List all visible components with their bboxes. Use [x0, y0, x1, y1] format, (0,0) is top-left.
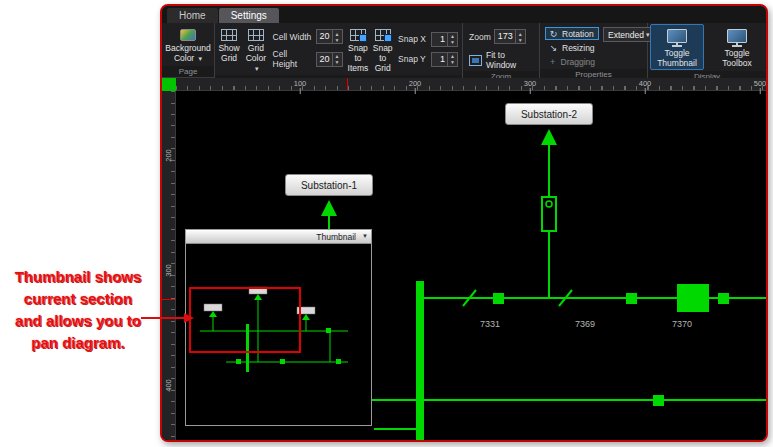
node-square[interactable]	[653, 395, 664, 406]
cell-size-fields: Cell Width 20 ▲ ▼ Cell Height	[271, 24, 345, 74]
viewport-rectangle[interactable]	[190, 288, 300, 352]
zoom-value: 173	[495, 30, 515, 43]
ruler-origin-marker	[162, 78, 176, 91]
property-mode-dropdown[interactable]: Extended ▾	[603, 27, 651, 42]
node-square[interactable]	[718, 293, 729, 304]
bus-label[interactable]: 7369	[575, 319, 595, 329]
annotation-line: current section	[0, 288, 156, 310]
ruler-tick-label: 200	[409, 79, 422, 88]
snap-y-value: 1	[432, 53, 447, 66]
group-label-page: Page	[162, 66, 214, 77]
spin-down-icon[interactable]: ▼	[448, 39, 457, 45]
node-square[interactable]	[493, 293, 504, 304]
dragging-icon: +	[549, 57, 557, 67]
spin-down-icon[interactable]: ▼	[516, 37, 525, 43]
rotation-icon: ↻	[549, 29, 558, 39]
toggle-toolbox-button[interactable]: Toggle Toolbox	[710, 24, 764, 70]
thumbnail-viewport[interactable]	[186, 244, 371, 425]
diagram-workspace: 100 200 300 400 500 200 300 400	[162, 78, 766, 440]
toggle-thumbnail-button[interactable]: Toggle Thumbnail	[650, 24, 704, 70]
monitor-icon	[667, 29, 687, 43]
chevron-down-icon: ▾	[199, 55, 203, 62]
zoom-label: Zoom	[469, 32, 491, 42]
snap-offset-fields: Snap X 1 ▲ ▼ Snap Y	[396, 24, 460, 74]
cell-height-label: Cell Height	[273, 49, 313, 69]
ruler-tick-label: 200	[164, 146, 173, 166]
snap-to-items-label: Snap to Items	[348, 44, 369, 73]
show-grid-button[interactable]: Show Grid	[217, 24, 241, 74]
annotation-line: and allows you to	[0, 310, 156, 332]
toggle-toolbox-label: Toggle Toolbox	[711, 49, 763, 69]
ruler-tick-label: 400	[639, 79, 652, 88]
mini-node	[204, 304, 222, 311]
ribbon: Background Color ▾ Page Show Grid	[162, 23, 766, 78]
grid-color-icon	[248, 29, 264, 41]
node-square[interactable]	[626, 293, 637, 304]
bus-label[interactable]: 7331	[480, 319, 500, 329]
snap-y-stepper[interactable]: 1 ▲ ▼	[431, 52, 458, 67]
fit-to-window-button[interactable]: Fit to Window	[469, 50, 533, 70]
background-color-label: Background Color	[165, 43, 210, 63]
spin-down-icon[interactable]: ▼	[448, 59, 457, 65]
grid-icon	[221, 29, 237, 41]
annotation-callout: Thumbnail shows current section and allo…	[0, 266, 156, 354]
rotation-toggle[interactable]: ↻ Rotation	[545, 27, 599, 40]
cell-width-stepper[interactable]: 20 ▲ ▼	[316, 29, 343, 44]
annotation-line: Thumbnail shows	[0, 266, 156, 288]
snap-x-field: Snap X 1 ▲ ▼	[398, 32, 458, 47]
cell-height-stepper[interactable]: 20 ▲ ▼	[316, 52, 343, 67]
ribbon-group-grid: Show Grid Grid Color ▾ Cell Width	[215, 23, 463, 77]
node-square-large[interactable]	[677, 284, 709, 312]
thumbnail-title-bar[interactable]: Thumbnail ▼	[186, 230, 371, 244]
spin-down-icon[interactable]: ▼	[333, 37, 342, 43]
tab-home[interactable]: Home	[167, 8, 218, 23]
node-substation-1[interactable]: Substation-1	[285, 174, 373, 196]
rotation-label: Rotation	[562, 29, 594, 39]
breaker-symbol[interactable]	[542, 197, 556, 231]
ruler-cursor-x	[347, 78, 348, 90]
horizontal-ruler: 100 200 300 400 500	[176, 78, 766, 91]
page: Thumbnail shows current section and allo…	[0, 0, 773, 447]
diagram-canvas[interactable]: Substation-1 Substation-2 7331 7369 7370…	[176, 91, 766, 440]
busbar-vertical[interactable]	[416, 281, 424, 440]
ribbon-group-display: Toggle Thumbnail Toggle Toolbox Display	[648, 23, 766, 77]
ribbon-group-page: Background Color ▾ Page	[162, 23, 215, 77]
show-grid-label: Show Grid	[218, 44, 240, 64]
fit-to-window-label: Fit to Window	[486, 50, 533, 70]
ruler-tick-label: 300	[524, 79, 537, 88]
ribbon-tabbar: Home Settings	[162, 6, 766, 23]
cell-width-field: Cell Width 20 ▲ ▼	[273, 29, 343, 44]
background-color-button[interactable]: Background Color ▾	[164, 24, 212, 65]
ruler-tick-label: 400	[164, 376, 173, 396]
ruler-cursor-y	[162, 299, 175, 300]
collapse-icon[interactable]: ▼	[362, 233, 368, 239]
bus-label[interactable]: 7370	[672, 319, 692, 329]
resizing-icon: ↘	[549, 43, 558, 53]
ribbon-group-zoom: Zoom 173 ▲ ▼ Fit to Window	[463, 23, 540, 77]
vertical-ruler: 200 300 400	[162, 91, 176, 440]
cell-width-value: 20	[317, 30, 332, 43]
ruler-tick-label: 100	[294, 79, 307, 88]
snap-x-stepper[interactable]: 1 ▲ ▼	[431, 32, 458, 47]
tab-settings[interactable]: Settings	[219, 8, 279, 23]
zoom-stepper[interactable]: 173 ▲ ▼	[494, 29, 526, 44]
snap-y-field: Snap Y 1 ▲ ▼	[398, 52, 458, 67]
snap-to-grid-label: Snap to Grid	[372, 44, 393, 73]
dragging-toggle[interactable]: + Dragging	[545, 55, 599, 68]
resizing-toggle[interactable]: ↘ Resizing	[545, 41, 599, 54]
color-swatch-icon	[180, 29, 196, 41]
ruler-tick-label: 500	[754, 79, 767, 88]
grid-color-label: Grid Color	[246, 43, 266, 63]
dragging-label: Dragging	[561, 57, 596, 67]
resizing-label: Resizing	[562, 43, 595, 53]
ruler-tick-label: 300	[164, 261, 173, 281]
snap-x-value: 1	[432, 33, 447, 46]
spin-down-icon[interactable]: ▼	[333, 59, 342, 65]
node-substation-2[interactable]: Substation-2	[505, 103, 593, 125]
snap-to-grid-button[interactable]: Snap to Grid	[371, 24, 394, 74]
app-window: Home Settings Background Color ▾ Page	[160, 4, 768, 442]
snap-to-items-button[interactable]: Snap to Items	[347, 24, 370, 74]
grid-color-button[interactable]: Grid Color ▾	[243, 24, 268, 74]
thumbnail-panel: Thumbnail ▼	[185, 229, 372, 426]
toggle-thumbnail-label: Toggle Thumbnail	[651, 49, 703, 69]
